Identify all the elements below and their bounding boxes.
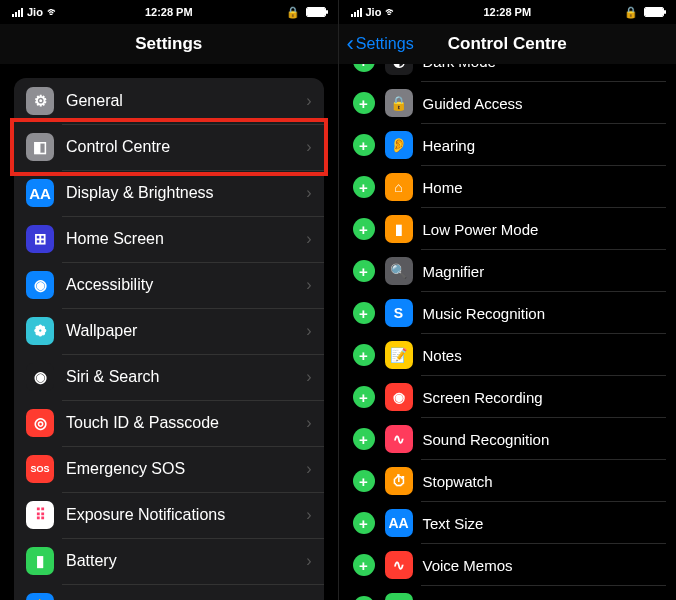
row-label: Wallpaper [66,322,306,340]
sos-icon: SOS [26,455,54,483]
chevron-right-icon: › [306,92,311,110]
battery-icon [644,7,664,17]
status-bar: Jio ᯤ 12:28 PM 🔒 [0,0,338,24]
add-button[interactable]: + [353,344,375,366]
add-button[interactable]: + [353,470,375,492]
settings-row-general[interactable]: ⚙︎General› [14,78,324,124]
cc-row-notes[interactable]: +📝Notes [349,334,667,376]
cc-row-voice-memos[interactable]: +∿Voice Memos [349,544,667,586]
row-label: Display & Brightness [66,184,306,202]
row-label: Touch ID & Passcode [66,414,306,432]
add-button[interactable]: + [353,176,375,198]
cc-label: Text Size [423,515,484,532]
plus-icon: + [359,348,368,363]
cc-row-text-size[interactable]: +AAText Size [349,502,667,544]
battery-icon [306,7,326,17]
exposure-icon: ⠿ [26,501,54,529]
row-label: General [66,92,306,110]
cc-label: Hearing [423,137,476,154]
status-left: Jio ᯤ [351,5,398,19]
add-button[interactable]: + [353,218,375,240]
nav-bar: ‹ Settings Control Centre [339,24,677,64]
row-label: Battery [66,552,306,570]
cc-row-sound-recognition[interactable]: +∿Sound Recognition [349,418,667,460]
back-button[interactable]: ‹ Settings [347,31,414,57]
chevron-right-icon: › [306,322,311,340]
chevron-right-icon: › [306,138,311,156]
plus-icon: + [359,264,368,279]
plus-icon: + [359,474,368,489]
rotation-lock-icon: 🔒 [624,6,638,19]
add-button[interactable]: + [353,260,375,282]
cc-row-music-recognition[interactable]: +SMusic Recognition [349,292,667,334]
add-button[interactable]: + [353,428,375,450]
cc-row-hearing[interactable]: +👂Hearing [349,124,667,166]
chevron-right-icon: › [306,414,311,432]
settings-row-sos[interactable]: SOSEmergency SOS› [14,446,324,492]
settings-row-privacy[interactable]: ✋Privacy› [14,584,324,600]
cc-label: Screen Recording [423,389,543,406]
home-icon: ⌂ [385,173,413,201]
cc-row-guided-access[interactable]: +🔒Guided Access [349,82,667,124]
cc-row-low-power[interactable]: +▮Low Power Mode [349,208,667,250]
guided-access-icon: 🔒 [385,89,413,117]
settings-row-siri[interactable]: ◉Siri & Search› [14,354,324,400]
signal-icon [12,8,23,17]
status-left: Jio ᯤ [12,5,59,19]
cc-label: Sound Recognition [423,431,550,448]
plus-icon: + [359,390,368,405]
cc-row-wallet[interactable]: +▭Wallet [349,586,667,600]
wallpaper-icon: ❁ [26,317,54,345]
cc-label: Guided Access [423,95,523,112]
add-button[interactable]: + [353,134,375,156]
plus-icon: + [359,306,368,321]
cc-row-stopwatch[interactable]: +⏱Stopwatch [349,460,667,502]
cc-row-home[interactable]: +⌂Home [349,166,667,208]
add-button[interactable]: + [353,386,375,408]
cc-row-dark-mode[interactable]: +◐Dark Mode [349,64,667,82]
settings-row-touchid[interactable]: ◎Touch ID & Passcode› [14,400,324,446]
plus-icon: + [359,558,368,573]
chevron-right-icon: › [306,506,311,524]
settings-row-exposure[interactable]: ⠿Exposure Notifications› [14,492,324,538]
notes-icon: 📝 [385,341,413,369]
settings-row-home-screen[interactable]: ⊞Home Screen› [14,216,324,262]
cc-row-screen-recording[interactable]: +◉Screen Recording [349,376,667,418]
plus-icon: + [359,96,368,111]
add-button[interactable]: + [353,92,375,114]
settings-row-control-centre[interactable]: ◧Control Centre› [14,124,324,170]
general-icon: ⚙︎ [26,87,54,115]
cc-row-magnifier[interactable]: +🔍Magnifier [349,250,667,292]
settings-row-display[interactable]: AADisplay & Brightness› [14,170,324,216]
settings-row-wallpaper[interactable]: ❁Wallpaper› [14,308,324,354]
chevron-right-icon: › [306,368,311,386]
plus-icon: + [359,138,368,153]
cc-label: Music Recognition [423,305,546,322]
voice-memos-icon: ∿ [385,551,413,579]
row-label: Exposure Notifications [66,506,306,524]
home-screen-icon: ⊞ [26,225,54,253]
add-button[interactable]: + [353,302,375,324]
add-button[interactable]: + [353,554,375,576]
add-button[interactable]: + [353,596,375,600]
wallet-icon: ▭ [385,593,413,600]
privacy-icon: ✋ [26,593,54,600]
cc-label: Magnifier [423,263,485,280]
plus-icon: + [359,180,368,195]
add-button[interactable]: + [353,512,375,534]
settings-row-battery[interactable]: ▮Battery› [14,538,324,584]
add-button[interactable]: + [353,64,375,72]
clock: 12:28 PM [483,6,531,18]
clock: 12:28 PM [145,6,193,18]
page-title: Settings [135,34,202,54]
status-right: 🔒 [624,6,664,19]
settings-group: ⚙︎General›◧Control Centre›AADisplay & Br… [14,78,324,600]
sound-recognition-icon: ∿ [385,425,413,453]
dark-mode-icon: ◐ [385,64,413,75]
cc-label: Dark Mode [423,64,496,70]
settings-list: ⚙︎General›◧Control Centre›AADisplay & Br… [0,64,338,600]
hearing-icon: 👂 [385,131,413,159]
back-label: Settings [356,35,414,53]
siri-icon: ◉ [26,363,54,391]
settings-row-accessibility[interactable]: ◉Accessibility› [14,262,324,308]
